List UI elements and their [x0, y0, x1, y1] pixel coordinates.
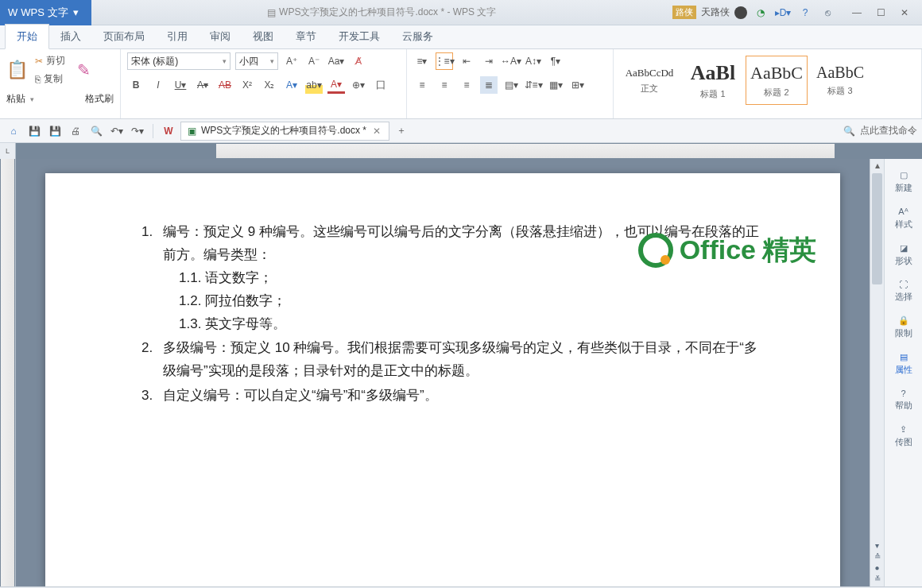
fmt-label[interactable]: 格式刷 — [85, 92, 114, 106]
side-new[interactable]: ▢新建 — [886, 165, 921, 199]
side-shape[interactable]: ◪形状 — [886, 238, 921, 272]
strikethrough-button[interactable]: AB — [216, 76, 234, 94]
group-font: 宋体 (标题)▾ 小四▾ A⁺ A⁻ Aa▾ A̸ B I U▾ A▾ AB X… — [121, 49, 407, 118]
qat-home-icon[interactable]: ⌂ — [5, 122, 22, 140]
app-brand[interactable]: W WPS 文字 ▾ — [0, 0, 91, 25]
scroll-down-icon[interactable]: ▾ — [872, 540, 883, 550]
align-center-button[interactable]: ≡ — [436, 76, 453, 94]
qat-saveas-icon[interactable]: 💾 — [46, 122, 64, 140]
user-name[interactable]: 天路侠 — [701, 6, 730, 19]
tab-ref[interactable]: 引用 — [156, 25, 199, 48]
clear-format-button[interactable]: A̸ — [350, 52, 367, 70]
font-size-select[interactable]: 小四▾ — [235, 52, 278, 70]
borders-button[interactable]: ⊞▾ — [569, 76, 587, 94]
qat-redo-icon[interactable]: ↷▾ — [129, 122, 146, 140]
subscript-button[interactable]: X₂ — [261, 76, 278, 94]
wps-home-icon[interactable]: W — [160, 122, 177, 140]
bold-button[interactable]: B — [127, 76, 145, 94]
side-img[interactable]: ⇪传图 — [886, 420, 921, 453]
help-icon[interactable]: ? — [796, 4, 814, 21]
document-canvas[interactable]: 📄▾ Office 精英 编号：预定义 9 种编号。这些编号可以编号后的文字分离… — [16, 159, 870, 586]
line-spacing-button[interactable]: ⇵≡▾ — [525, 76, 542, 94]
li13-text: 1.3. 英文字母等。 — [179, 313, 761, 336]
tab-dev[interactable]: 开发工具 — [327, 25, 391, 48]
watermark: Office 精英 — [638, 227, 816, 273]
align-justify-button[interactable]: ≣ — [480, 76, 498, 94]
char-border-button[interactable]: 囗 — [372, 76, 389, 94]
paste-label[interactable]: 粘贴 — [6, 92, 25, 106]
outdent-button[interactable]: ⇤ — [458, 52, 475, 70]
sort-button[interactable]: A↕▾ — [525, 52, 542, 70]
scroll-up-icon[interactable]: ▴ — [870, 159, 884, 172]
change-case-button[interactable]: Aa▾ — [327, 52, 345, 70]
vertical-scrollbar[interactable]: ▴ ▾ ≙ ● ≚ — [870, 159, 884, 586]
font-effect-button[interactable]: A▾ — [283, 76, 300, 94]
distribute-button[interactable]: ▤▾ — [502, 76, 520, 94]
cut-button[interactable]: ✂剪切 — [32, 52, 68, 69]
side-style[interactable]: Aᴬ样式 — [886, 202, 921, 235]
style-card[interactable]: AaBbCcDd正文 — [618, 56, 680, 105]
browse-object-icon[interactable]: ● — [872, 563, 883, 572]
style-card[interactable]: AaBbC标题 2 — [746, 56, 808, 105]
strike-button[interactable]: A▾ — [194, 76, 211, 94]
tab-start[interactable]: 开始 — [5, 24, 49, 49]
qat-save-icon[interactable]: 💾 — [25, 122, 43, 140]
align-left-button[interactable]: ≡ — [413, 76, 431, 94]
brand-dropdown-icon[interactable]: ▾ — [68, 6, 83, 18]
doc-tab-close-icon[interactable]: ✕ — [371, 126, 382, 137]
font-name-select[interactable]: 宋体 (标题)▾ — [127, 52, 230, 70]
tab-view[interactable]: 视图 — [242, 25, 285, 48]
qat-print-icon[interactable]: 🖨 — [67, 122, 84, 140]
side-help[interactable]: ?帮助 — [886, 384, 921, 416]
sync-icon[interactable]: ◔ — [752, 4, 769, 21]
highlight-button[interactable]: ab▾ — [305, 76, 323, 94]
user-badge[interactable]: 路侠 — [672, 6, 696, 19]
char-scale-button[interactable]: ↔A▾ — [502, 52, 520, 70]
tab-cloud[interactable]: 云服务 — [391, 25, 444, 48]
prev-page-icon[interactable]: ≙ — [872, 551, 883, 561]
close-button[interactable]: ✕ — [893, 4, 916, 21]
style-card[interactable]: AaBbC标题 3 — [809, 56, 871, 105]
grow-font-button[interactable]: A⁺ — [283, 52, 300, 70]
bullets-button[interactable]: ≡▾ — [413, 52, 431, 70]
italic-button[interactable]: I — [149, 76, 167, 94]
qat-undo-icon[interactable]: ↶▾ — [108, 122, 126, 140]
indent-button[interactable]: ⇥ — [480, 52, 498, 70]
search-placeholder[interactable]: 点此查找命令 — [860, 124, 917, 137]
side-prop[interactable]: ▤属性 — [886, 347, 921, 381]
superscript-button[interactable]: X² — [238, 76, 256, 94]
format-painter-button[interactable]: ✎ — [73, 61, 94, 79]
show-marks-button[interactable]: ¶▾ — [547, 52, 564, 70]
style-card[interactable]: AaBl标题 1 — [682, 56, 744, 105]
phonetic-button[interactable]: ⊕▾ — [350, 76, 367, 94]
side-select[interactable]: ⛶选择 — [886, 275, 921, 308]
maximize-button[interactable]: ☐ — [870, 4, 892, 21]
horizontal-ruler[interactable]: L — [0, 143, 922, 159]
tab-review[interactable]: 审阅 — [199, 25, 242, 48]
new-tab-button[interactable]: ＋ — [393, 122, 410, 140]
numbering-button[interactable]: ⋮≡▾ — [436, 52, 453, 70]
cloud-d-icon[interactable]: ▸D▾ — [774, 4, 792, 21]
shading-button[interactable]: ▦▾ — [547, 76, 564, 94]
style-label: 标题 3 — [827, 85, 852, 97]
search-icon[interactable]: 🔍 — [843, 126, 855, 137]
box-icon[interactable]: ⎋ — [819, 4, 836, 21]
user-avatar-icon[interactable] — [734, 6, 747, 19]
tab-chapter[interactable]: 章节 — [285, 25, 327, 48]
document-tab[interactable]: ▣ WPS文字预定义的七种项目符号.docx * ✕ — [180, 122, 389, 141]
font-color-button[interactable]: A▾ — [327, 76, 345, 94]
align-right-button[interactable]: ≡ — [458, 76, 475, 94]
copy-button[interactable]: ⎘复制 — [32, 71, 68, 87]
qat-preview-icon[interactable]: 🔍 — [87, 122, 105, 140]
tab-layout[interactable]: 页面布局 — [92, 25, 156, 48]
tab-insert[interactable]: 插入 — [49, 25, 92, 48]
ruler-corner[interactable]: L — [0, 143, 16, 159]
side-limit[interactable]: 🔒限制 — [886, 311, 921, 344]
minimize-button[interactable]: — — [846, 4, 868, 21]
shrink-font-button[interactable]: A⁻ — [305, 52, 323, 70]
vertical-ruler[interactable] — [0, 159, 16, 586]
next-page-icon[interactable]: ≚ — [872, 574, 883, 583]
paste-button[interactable]: 📋 — [6, 61, 27, 79]
underline-button[interactable]: U▾ — [172, 76, 189, 94]
scroll-thumb[interactable] — [872, 173, 882, 284]
